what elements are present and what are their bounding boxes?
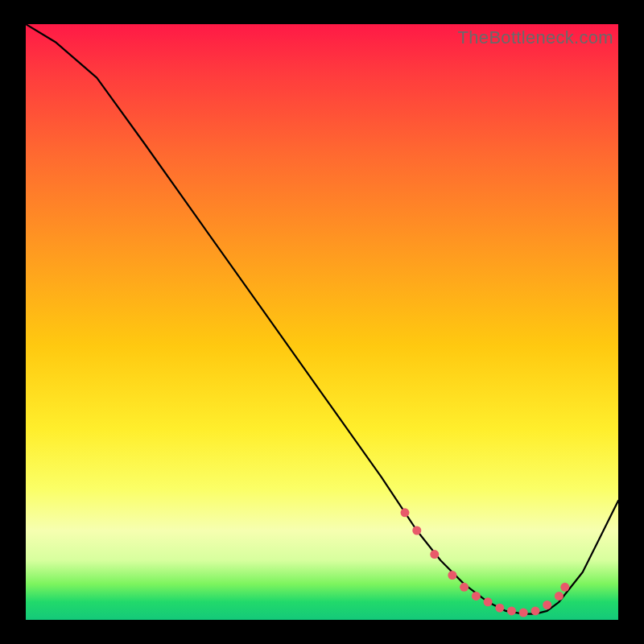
marker-dot [531, 606, 540, 615]
marker-dot [519, 609, 528, 617]
marker-dot [412, 526, 421, 535]
marker-dot [472, 592, 481, 601]
chart-plot-area: TheBottleneck.com [26, 24, 618, 620]
chart-svg [26, 24, 618, 620]
bottleneck-curve [26, 24, 618, 614]
marker-dots [401, 508, 570, 617]
marker-dot [430, 550, 439, 559]
marker-dot [543, 601, 551, 609]
marker-dot [460, 583, 469, 592]
marker-dot [448, 571, 456, 580]
marker-dot [401, 508, 410, 517]
marker-dot [484, 597, 493, 606]
marker-dot [495, 604, 504, 613]
marker-dot [555, 592, 564, 601]
marker-dot [507, 606, 516, 615]
marker-dot [560, 583, 569, 592]
